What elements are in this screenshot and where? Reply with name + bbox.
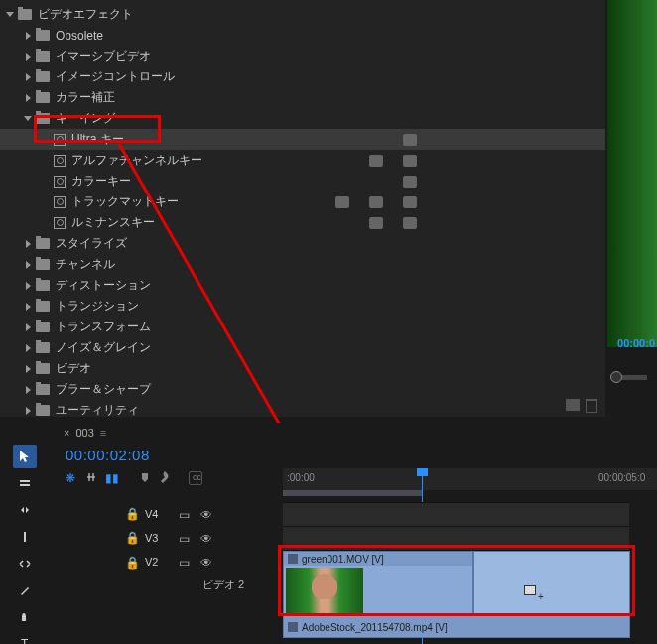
- work-area-bar[interactable]: [283, 490, 422, 496]
- lock-icon[interactable]: 🔒: [125, 531, 137, 545]
- folder-icon: [18, 9, 32, 20]
- trash-icon[interactable]: [586, 399, 597, 413]
- fx-badge-icon[interactable]: [288, 622, 298, 632]
- track-lane-v4[interactable]: [283, 502, 629, 526]
- svg-rect-3: [24, 532, 26, 542]
- chevron-right-icon: [22, 322, 34, 333]
- wrench-icon[interactable]: [159, 471, 173, 485]
- clip-adobestock[interactable]: AdobeStock_201154708.mp4 [V]: [283, 614, 630, 638]
- track-lane-v2[interactable]: green001.MOV [V] +: [283, 550, 629, 613]
- clip-green001[interactable]: green001.MOV [V]: [283, 551, 473, 614]
- selection-tool[interactable]: [13, 445, 37, 468]
- track-name: V4: [145, 508, 171, 520]
- track-lane-v1[interactable]: AdobeStock_201154708.mp4 [V]: [283, 613, 629, 637]
- effect-luminance[interactable]: ルミナンスキー: [0, 212, 605, 233]
- eye-icon[interactable]: 👁: [200, 532, 216, 544]
- track-lane-v3[interactable]: [283, 526, 629, 550]
- badge-icon: [369, 155, 383, 167]
- lock-icon[interactable]: 🔒: [125, 507, 137, 521]
- eye-icon[interactable]: 👁: [200, 556, 216, 568]
- eye-icon[interactable]: 👁: [200, 508, 216, 520]
- badge-icon: [403, 196, 417, 208]
- badge-icon: [403, 134, 417, 146]
- folder-label: トランスフォーム: [56, 319, 151, 335]
- folder-video-effects[interactable]: ビデオエフェクト: [0, 4, 605, 25]
- fx-badge-icon[interactable]: [288, 554, 298, 564]
- chevron-right-icon: [22, 71, 34, 83]
- folder-transform[interactable]: トランスフォーム: [0, 317, 605, 337]
- linked-selection-icon[interactable]: ▮▮: [105, 471, 119, 485]
- cc-icon[interactable]: cc: [189, 471, 202, 485]
- folder-label: ビデオエフェクト: [38, 6, 133, 23]
- folder-label: カラー補正: [56, 89, 115, 106]
- folder-obsolete[interactable]: Obsolete: [0, 25, 605, 46]
- folder-label: イマーシブビデオ: [56, 48, 151, 64]
- folder-utility[interactable]: ユーティリティ: [0, 400, 605, 421]
- folder-icon: [36, 238, 50, 249]
- folder-label: ノイズ＆グレイン: [56, 339, 151, 356]
- pen-tool[interactable]: [13, 579, 37, 602]
- clip-name: green001.MOV [V]: [302, 554, 384, 565]
- nest-icon[interactable]: ❋: [66, 471, 79, 485]
- plus-icon: +: [538, 591, 544, 602]
- effect-label: カラーキー: [71, 173, 131, 190]
- folder-video[interactable]: ビデオ: [0, 358, 605, 379]
- preset-icon: [54, 155, 66, 167]
- new-bin-icon[interactable]: [566, 399, 580, 411]
- folder-icon: [36, 342, 50, 353]
- folder-imagecontrol[interactable]: イメージコントロール: [0, 66, 605, 87]
- sequence-name: 003: [75, 427, 93, 439]
- badges: [403, 176, 417, 188]
- type-tool[interactable]: T: [13, 632, 37, 644]
- folder-icon: [36, 51, 50, 62]
- folder-distortion[interactable]: ディストーション: [0, 275, 605, 296]
- folder-colorcorrect[interactable]: カラー補正: [0, 87, 605, 108]
- clip-name: AdobeStock_201154708.mp4 [V]: [302, 622, 448, 633]
- close-icon[interactable]: ×: [64, 427, 69, 439]
- effect-colorkey[interactable]: カラーキー: [0, 171, 605, 192]
- chevron-right-icon: [22, 405, 34, 417]
- clip-empty-region[interactable]: +: [473, 551, 630, 614]
- folder-immersive[interactable]: イマーシブビデオ: [0, 46, 605, 66]
- folder-noise[interactable]: ノイズ＆グレイン: [0, 337, 605, 358]
- source-patch-icon[interactable]: ▭: [179, 508, 193, 520]
- playhead-timecode[interactable]: 00:00:02:08: [66, 447, 657, 463]
- time-ruler[interactable]: :00:00 00:00:05:0: [283, 468, 657, 490]
- track-select-tool[interactable]: [13, 471, 37, 495]
- folder-label: Obsolete: [56, 29, 103, 43]
- clip-header: AdobeStock_201154708.mp4 [V]: [284, 615, 629, 638]
- source-patch-icon[interactable]: ▭: [179, 532, 193, 544]
- effect-alphachannel[interactable]: アルファチャンネルキー: [0, 150, 605, 171]
- source-patch-icon[interactable]: ▭: [179, 556, 193, 568]
- hand-tool[interactable]: [13, 605, 37, 629]
- zoom-knob[interactable]: [610, 371, 622, 383]
- preview-monitor: [607, 0, 657, 347]
- folder-stylize[interactable]: スタイライズ: [0, 233, 605, 254]
- effect-ultrakey[interactable]: Ultra キー: [0, 129, 605, 150]
- chevron-right-icon: [22, 301, 34, 313]
- effect-trackmatte[interactable]: トラックマットキー: [0, 192, 605, 212]
- track-header-v4[interactable]: 🔒 V4 ▭ 👁: [56, 502, 282, 526]
- track-header-v3[interactable]: 🔒 V3 ▭ 👁: [56, 526, 282, 550]
- preset-icon: [54, 134, 66, 146]
- track-header-v2[interactable]: 🔒 V2 ▭ 👁 ビデオ 2: [56, 550, 282, 613]
- slip-tool[interactable]: [13, 552, 37, 576]
- effect-label: トラックマットキー: [71, 193, 179, 210]
- folder-keying[interactable]: キーイング: [0, 108, 605, 129]
- ripple-edit-tool[interactable]: [13, 498, 37, 522]
- folder-blur[interactable]: ブラー＆シャープ: [0, 379, 605, 400]
- sequence-tab[interactable]: × 003 ≡: [56, 423, 657, 443]
- lock-icon[interactable]: 🔒: [125, 556, 137, 570]
- marker-icon[interactable]: [139, 471, 153, 485]
- sequence-menu-icon[interactable]: ≡: [100, 427, 106, 439]
- folder-channel[interactable]: チャンネル: [0, 254, 605, 275]
- folder-label: ビデオ: [56, 360, 91, 377]
- folder-transition[interactable]: トランジション: [0, 296, 605, 317]
- folder-icon: [36, 363, 50, 374]
- badge-icon: [403, 155, 417, 167]
- effects-panel: ビデオエフェクト Obsolete イマーシブビデオ イメージコントロール カラ…: [0, 0, 605, 417]
- folder-icon: [36, 322, 50, 332]
- razor-tool[interactable]: [13, 525, 37, 549]
- preview-timecode: 00:00:0: [617, 337, 655, 349]
- snap-icon[interactable]: [85, 471, 99, 485]
